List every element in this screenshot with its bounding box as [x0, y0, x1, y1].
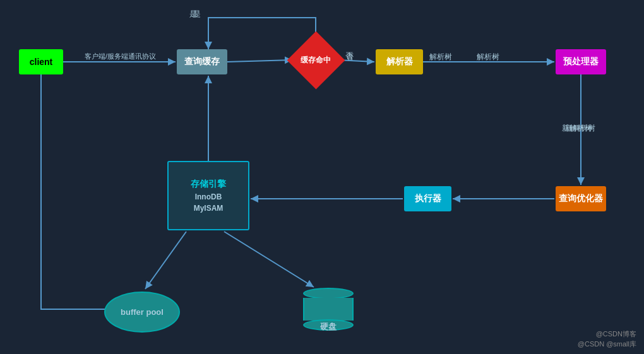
cache-hit-diamond: 缓存命中	[294, 38, 338, 82]
disk-node: 硬盘	[303, 287, 354, 331]
no-arrow-label: 否	[345, 50, 353, 61]
query-cache-node: 查询缓存	[177, 49, 227, 74]
optimizer-node: 查询优化器	[556, 186, 606, 211]
storage-sub1: InnoDB	[195, 192, 222, 201]
cyl-body	[303, 298, 354, 321]
parse-tree-label: 解析树	[477, 52, 499, 62]
parser-node: 解析器	[376, 49, 423, 74]
preprocessor-label: 预处理器	[563, 56, 599, 68]
parser-label: 解析器	[386, 56, 413, 68]
yes-arrow-label: 是	[193, 9, 201, 20]
watermark-line2: @CSDN @small库	[578, 339, 636, 349]
diamond-label: 缓存命中	[301, 56, 331, 64]
disk-label: 硬盘	[303, 321, 354, 333]
parse-tree-arrow-label: 解析树	[429, 52, 452, 62]
svg-line-10	[224, 232, 314, 287]
executor-node: 执行器	[404, 186, 451, 211]
client-node: client	[19, 49, 63, 74]
watermark: @CSDN博客 @CSDN @small库	[578, 329, 636, 349]
diagram: 是 否 解析树 新解析树 client 客户端/服务端通讯协议 查询缓存 缓存命…	[0, 0, 644, 354]
executor-label: 执行器	[415, 193, 441, 204]
preprocessor-node: 预处理器	[556, 49, 606, 74]
buffer-pool-label: buffer pool	[121, 307, 164, 317]
storage-sub2: MyISAM	[194, 204, 224, 213]
query-cache-label: 查询缓存	[184, 56, 220, 68]
client-label: client	[30, 57, 53, 67]
conn-protocol-label: 客户端/服务端通讯协议	[68, 52, 172, 61]
svg-line-2	[227, 60, 292, 62]
watermark-line1: @CSDN博客	[578, 329, 636, 339]
storage-title: 存储引擎	[191, 179, 226, 190]
buffer-pool-node: buffer pool	[104, 292, 180, 333]
new-parse-tree-arrow-label: 新解析树	[562, 123, 592, 134]
svg-line-9	[145, 232, 186, 289]
storage-engine-node: 存储引擎 InnoDB MyISAM	[167, 161, 249, 230]
optimizer-label: 查询优化器	[559, 193, 603, 204]
